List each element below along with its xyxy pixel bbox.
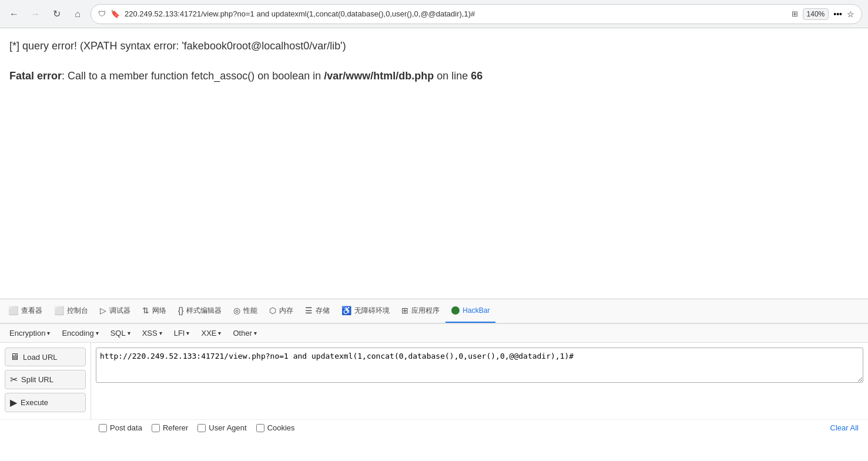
- back-button[interactable]: ←: [6, 6, 22, 22]
- load-url-label: Load URL: [23, 353, 58, 362]
- referer-checkbox[interactable]: [152, 424, 160, 432]
- tab-hackbar[interactable]: HackBar: [445, 299, 495, 323]
- browser-chrome: ← → ↻ ⌂ 🛡 🔖 220.249.52.133:41721/view.ph…: [0, 0, 868, 28]
- xss-chevron-icon: ▾: [159, 330, 162, 336]
- tab-storage-label: 存储: [316, 306, 330, 316]
- user-agent-checkbox[interactable]: [197, 424, 206, 432]
- qr-icon: ⊞: [792, 9, 798, 18]
- tab-console[interactable]: ⬜ 控制台: [48, 299, 94, 323]
- more-icon: •••: [833, 9, 842, 19]
- execute-icon: ▶: [10, 397, 17, 408]
- other-chevron-icon: ▾: [254, 330, 257, 336]
- split-url-button[interactable]: ✂ Split URL: [5, 370, 86, 389]
- debugger-icon: ▷: [100, 306, 106, 315]
- error-line-1: [*] query error! (XPATH syntax error: 'f…: [9, 40, 859, 52]
- tab-network-label: 网络: [152, 306, 166, 316]
- menu-lfi[interactable]: LFI ▾: [169, 326, 195, 340]
- style-icon: {}: [178, 306, 183, 315]
- post-data-label: Post data: [110, 423, 142, 432]
- hackbar-content-area: [91, 343, 868, 419]
- error-middle-text: : Call to a member function fetch_assoc(…: [62, 70, 324, 82]
- execute-button[interactable]: ▶ Execute: [5, 393, 86, 412]
- page-content: [*] query error! (XPATH syntax error: 'f…: [0, 28, 868, 299]
- postdata-row: Post data Referer User Agent Cookies Cle…: [0, 419, 868, 436]
- reload-button[interactable]: ↻: [48, 6, 65, 22]
- encoding-chevron-icon: ▾: [96, 330, 99, 336]
- zoom-level: 140%: [803, 8, 829, 20]
- address-bar[interactable]: 🛡 🔖 220.249.52.133:41721/view.php?no=1 a…: [91, 4, 862, 24]
- menu-xxe[interactable]: XXE ▾: [196, 326, 226, 340]
- xxe-chevron-icon: ▾: [218, 330, 221, 336]
- post-data-checkbox[interactable]: [99, 424, 107, 432]
- security-icon: 🛡: [98, 9, 106, 18]
- a11y-icon: ♿: [341, 306, 351, 315]
- bookmark-icon: ☆: [847, 9, 854, 19]
- user-agent-label: User Agent: [209, 423, 246, 432]
- tab-hackbar-label: HackBar: [463, 306, 490, 315]
- menu-xss[interactable]: XSS ▾: [138, 326, 167, 340]
- encryption-chevron-icon: ▾: [47, 330, 50, 336]
- tab-perf[interactable]: ◎ 性能: [227, 299, 263, 323]
- menu-xxe-label: XXE: [201, 329, 216, 338]
- tab-style[interactable]: {} 样式编辑器: [172, 299, 227, 323]
- menu-xss-label: XSS: [142, 329, 157, 338]
- menu-other-label: Other: [233, 329, 252, 338]
- menu-encoding-label: Encoding: [62, 329, 93, 338]
- tab-style-label: 样式编辑器: [186, 306, 222, 316]
- apptools-icon: ⊞: [401, 306, 408, 315]
- tab-apptools-label: 应用程序: [411, 306, 440, 316]
- tracking-icon: 🔖: [110, 9, 120, 18]
- load-url-button[interactable]: 🖥 Load URL: [5, 348, 86, 366]
- tab-apptools[interactable]: ⊞ 应用程序: [396, 299, 445, 323]
- inspect-icon: ⬜: [8, 306, 18, 315]
- home-button[interactable]: ⌂: [69, 6, 86, 22]
- tab-perf-label: 性能: [243, 306, 257, 316]
- referer-label: Referer: [163, 423, 188, 432]
- cookies-checkbox[interactable]: [256, 424, 264, 432]
- tab-debugger[interactable]: ▷ 调试器: [94, 299, 136, 323]
- post-data-checkbox-label[interactable]: Post data: [99, 423, 142, 432]
- tab-storage[interactable]: ☰ 存储: [299, 299, 336, 323]
- error-line-number: 66: [471, 70, 482, 82]
- user-agent-checkbox-label[interactable]: User Agent: [197, 423, 246, 432]
- menu-encoding[interactable]: Encoding ▾: [57, 326, 103, 340]
- menu-other[interactable]: Other ▾: [228, 326, 262, 340]
- devtools-bar: ⬜ 查看器 ⬜ 控制台 ▷ 调试器 ⇅ 网络 {} 样式编辑器 ◎ 性能 ⬡ 内…: [0, 299, 868, 323]
- error-path: /var/www/html/db.php: [324, 70, 434, 82]
- tab-a11y-label: 无障碍环境: [354, 306, 390, 316]
- hackbar-main-area: 🖥 Load URL ✂ Split URL ▶ Execute: [0, 343, 868, 419]
- error-line-2: Fatal error: Call to a member function f…: [9, 70, 859, 82]
- menu-sql[interactable]: SQL ▾: [106, 326, 135, 340]
- split-url-icon: ✂: [10, 374, 18, 385]
- url-display: 220.249.52.133:41721/view.php?no=1 and u…: [125, 9, 787, 18]
- tab-network[interactable]: ⇅ 网络: [136, 299, 172, 323]
- tab-inspect-label: 查看器: [21, 306, 42, 316]
- tab-debugger-label: 调试器: [109, 306, 130, 316]
- url-input[interactable]: [96, 348, 863, 383]
- tab-a11y[interactable]: ♿ 无障碍环境: [336, 299, 396, 323]
- hackbar-dot-icon: [451, 306, 460, 315]
- menu-encryption-label: Encryption: [9, 329, 45, 338]
- perf-icon: ◎: [233, 306, 240, 315]
- tab-memory[interactable]: ⬡ 内存: [263, 299, 299, 323]
- clear-all-button[interactable]: Clear All: [830, 423, 859, 432]
- hackbar-panel: Encryption ▾ Encoding ▾ SQL ▾ XSS ▾ LFI …: [0, 323, 868, 436]
- forward-button[interactable]: →: [27, 6, 43, 22]
- storage-icon: ☰: [305, 306, 313, 315]
- error-suffix: on line: [434, 70, 471, 82]
- network-icon: ⇅: [142, 306, 149, 315]
- lfi-chevron-icon: ▾: [186, 330, 189, 336]
- split-url-label: Split URL: [21, 375, 53, 384]
- hackbar-sidebar: 🖥 Load URL ✂ Split URL ▶ Execute: [0, 343, 91, 419]
- memory-icon: ⬡: [269, 306, 276, 315]
- tab-console-label: 控制台: [67, 306, 88, 316]
- execute-label: Execute: [21, 398, 48, 407]
- menu-lfi-label: LFI: [174, 329, 185, 338]
- cookies-checkbox-label[interactable]: Cookies: [256, 423, 295, 432]
- menu-encryption[interactable]: Encryption ▾: [5, 326, 55, 340]
- console-icon: ⬜: [54, 306, 64, 315]
- referer-checkbox-label[interactable]: Referer: [152, 423, 188, 432]
- cookies-label: Cookies: [267, 423, 295, 432]
- sql-chevron-icon: ▾: [128, 330, 130, 336]
- tab-inspect[interactable]: ⬜ 查看器: [2, 299, 48, 323]
